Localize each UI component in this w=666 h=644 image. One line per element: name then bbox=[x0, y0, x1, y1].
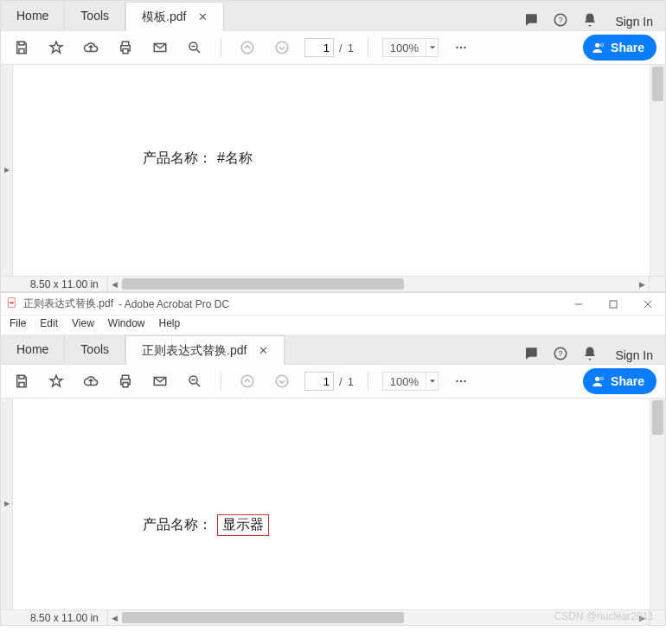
tab-home[interactable]: Home bbox=[1, 1, 65, 30]
menu-edit[interactable]: Edit bbox=[40, 317, 58, 329]
toolbar-separator bbox=[221, 38, 221, 57]
chevron-left-icon[interactable]: ◀ bbox=[108, 614, 122, 622]
menu-help[interactable]: Help bbox=[159, 317, 181, 329]
toolbar-separator bbox=[221, 372, 221, 391]
chevron-left-icon[interactable]: ◀ bbox=[108, 280, 122, 289]
overflow-icon[interactable] bbox=[449, 35, 473, 60]
window-close-button[interactable] bbox=[631, 293, 665, 315]
page-up-icon[interactable] bbox=[235, 35, 259, 60]
scrollbar-thumb[interactable] bbox=[122, 612, 404, 623]
product-value: #名称 bbox=[217, 150, 253, 168]
page-up-icon[interactable] bbox=[235, 369, 259, 393]
search-minus-icon[interactable] bbox=[183, 35, 207, 60]
horizontal-scrollbar[interactable]: ◀ ▶ bbox=[107, 610, 650, 625]
vertical-scrollbar[interactable] bbox=[650, 399, 665, 609]
tab-close-icon[interactable]: ✕ bbox=[255, 344, 268, 357]
tab-tools[interactable]: Tools bbox=[65, 335, 125, 364]
page-current-input[interactable] bbox=[304, 38, 334, 57]
svg-point-4 bbox=[276, 41, 288, 54]
document-page: 产品名称： #名称 bbox=[13, 65, 636, 202]
mail-icon[interactable] bbox=[148, 369, 172, 393]
scrollbar-corner bbox=[650, 610, 665, 625]
tab-active-file[interactable]: 模板.pdf ✕ bbox=[125, 2, 224, 31]
sign-in-link[interactable]: Sign In bbox=[612, 15, 653, 29]
chevron-right-icon[interactable]: ▶ bbox=[635, 614, 649, 622]
document-viewport[interactable]: 产品名称： #名称 bbox=[13, 65, 650, 276]
tab-active-file[interactable]: 正则表达式替换.pdf ✕ bbox=[125, 335, 285, 365]
document-area: ▶ 产品名称： #名称 bbox=[1, 65, 665, 276]
search-minus-icon[interactable] bbox=[183, 369, 207, 393]
save-icon[interactable] bbox=[10, 35, 34, 60]
printer-icon[interactable] bbox=[113, 35, 138, 60]
svg-point-7 bbox=[464, 47, 465, 48]
svg-point-8 bbox=[595, 43, 599, 48]
share-button[interactable]: Share bbox=[583, 35, 656, 61]
save-icon[interactable] bbox=[10, 369, 34, 393]
chevron-down-icon bbox=[426, 373, 438, 390]
tab-home-label: Home bbox=[16, 9, 48, 22]
window-maximize-button[interactable] bbox=[596, 293, 631, 315]
star-icon[interactable] bbox=[44, 369, 68, 393]
window-minimize-button[interactable] bbox=[561, 293, 596, 315]
page-total: 1 bbox=[348, 375, 354, 388]
page-down-icon[interactable] bbox=[270, 369, 294, 393]
comment-icon[interactable] bbox=[523, 12, 539, 30]
svg-text:?: ? bbox=[559, 349, 563, 358]
tab-home[interactable]: Home bbox=[1, 335, 65, 364]
scrollbar-thumb[interactable] bbox=[652, 67, 663, 101]
menu-window[interactable]: Window bbox=[108, 317, 145, 329]
tab-tools[interactable]: Tools bbox=[65, 1, 125, 30]
help-icon[interactable]: ? bbox=[553, 12, 568, 30]
comment-icon[interactable] bbox=[523, 346, 539, 364]
product-label: 产品名称： bbox=[143, 516, 212, 534]
star-icon[interactable] bbox=[44, 35, 68, 60]
chevron-right-icon[interactable]: ▶ bbox=[635, 280, 649, 289]
panel-expand-handle[interactable]: ▶ bbox=[1, 65, 13, 276]
menu-file[interactable]: File bbox=[10, 317, 26, 329]
svg-point-22 bbox=[595, 377, 599, 381]
tab-close-icon[interactable]: ✕ bbox=[195, 10, 208, 23]
window-bottom: 正则表达式替换.pdf - Adobe Acrobat Pro DC File … bbox=[0, 292, 666, 626]
share-label: Share bbox=[611, 41, 644, 54]
zoom-dropdown[interactable]: 100% bbox=[382, 38, 439, 57]
document-viewport[interactable]: 产品名称： 显示器 bbox=[13, 399, 650, 609]
scrollbar-thumb[interactable] bbox=[122, 278, 404, 290]
title-bar: 正则表达式替换.pdf - Adobe Acrobat Pro DC bbox=[1, 293, 665, 316]
horizontal-scrollbar[interactable]: ◀ ▶ bbox=[107, 277, 650, 291]
printer-icon[interactable] bbox=[113, 369, 138, 393]
toolbar: / 1 100% Share bbox=[1, 30, 665, 65]
sign-in-link[interactable]: Sign In bbox=[612, 348, 653, 362]
vertical-scrollbar[interactable] bbox=[650, 65, 665, 276]
document-text-line: 产品名称： 显示器 bbox=[143, 514, 269, 536]
overflow-icon[interactable] bbox=[449, 369, 473, 393]
menu-view[interactable]: View bbox=[72, 317, 94, 329]
bell-icon[interactable] bbox=[582, 12, 598, 30]
svg-point-6 bbox=[460, 47, 462, 48]
share-label: Share bbox=[611, 374, 644, 388]
tab-home-label: Home bbox=[16, 342, 48, 356]
page-total: 1 bbox=[348, 41, 354, 54]
svg-rect-12 bbox=[10, 302, 14, 303]
toolbar-separator bbox=[368, 38, 368, 57]
panel-expand-handle[interactable]: ▶ bbox=[1, 399, 13, 609]
share-button[interactable]: Share bbox=[583, 368, 656, 394]
page-down-icon[interactable] bbox=[270, 35, 294, 60]
svg-text:?: ? bbox=[559, 16, 563, 24]
titlebar-appname: - Adobe Acrobat Pro DC bbox=[118, 298, 229, 310]
zoom-dropdown[interactable]: 100% bbox=[382, 372, 439, 391]
page-current-input[interactable] bbox=[304, 372, 334, 391]
titlebar-filename: 正则表达式替换.pdf bbox=[23, 296, 113, 311]
cloud-upload-icon[interactable] bbox=[79, 35, 103, 60]
tab-bar: Home Tools 正则表达式替换.pdf ✕ ? Sign In bbox=[1, 335, 665, 364]
scrollbar-thumb[interactable] bbox=[652, 400, 663, 435]
svg-point-5 bbox=[456, 47, 458, 48]
document-area: ▶ 产品名称： 显示器 bbox=[1, 399, 665, 609]
chevron-right-icon: ▶ bbox=[4, 167, 10, 174]
page-dimensions: 8.50 x 11.00 in bbox=[1, 612, 107, 624]
mail-icon[interactable] bbox=[148, 35, 172, 60]
cloud-upload-icon[interactable] bbox=[79, 369, 103, 393]
bell-icon[interactable] bbox=[582, 346, 598, 364]
zoom-value: 100% bbox=[383, 375, 426, 388]
pdf-file-icon bbox=[6, 296, 18, 311]
help-icon[interactable]: ? bbox=[553, 346, 568, 364]
